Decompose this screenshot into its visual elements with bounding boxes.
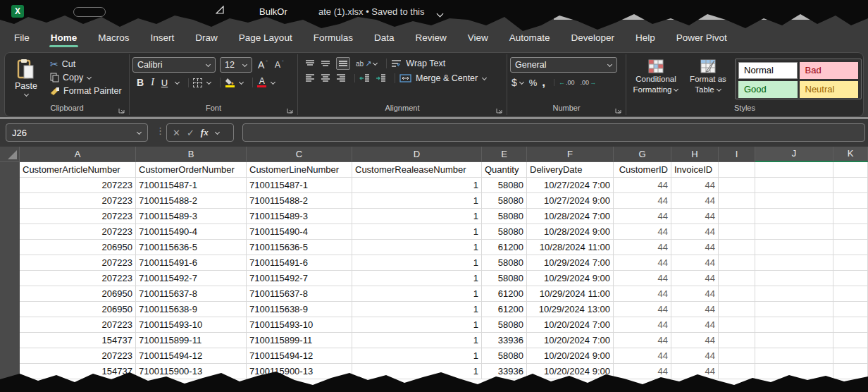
orientation-button[interactable]: ab ↗ — [356, 59, 378, 68]
cell-F3[interactable]: 10/27/2024 9:00 — [527, 193, 614, 209]
cell-J7[interactable] — [755, 255, 833, 271]
cell-A3[interactable]: 207223 — [20, 193, 136, 209]
cell-B13[interactable]: 7100115494-12 — [136, 348, 247, 364]
cell-B9[interactable]: 7100115637-8 — [136, 286, 247, 302]
cell-D3[interactable]: 1 — [352, 193, 482, 209]
cell-E1[interactable]: Quantity — [482, 162, 527, 178]
cell-K5[interactable] — [833, 224, 868, 240]
cell-I8[interactable] — [719, 271, 755, 286]
cell-D12[interactable]: 1 — [352, 333, 482, 348]
column-header-G[interactable]: G — [614, 147, 671, 162]
cell-B1[interactable]: CustomerOrderNumber — [136, 162, 247, 178]
percent-format-button[interactable]: % — [529, 78, 538, 88]
cell-G2[interactable]: 44 — [614, 178, 671, 193]
tab-review[interactable]: Review — [414, 30, 447, 48]
cell-K10[interactable] — [833, 302, 868, 317]
cell-H10[interactable]: 44 — [671, 302, 719, 317]
borders-chevron-icon[interactable] — [206, 79, 211, 84]
cell-G11[interactable]: 44 — [614, 317, 671, 333]
cell-K8[interactable] — [833, 271, 868, 286]
cell-style-neutral[interactable]: Neutral — [800, 81, 859, 98]
cell-J12[interactable] — [755, 333, 833, 348]
cell-E13[interactable]: 58080 — [482, 348, 527, 364]
cell-A6[interactable]: 206950 — [20, 240, 136, 255]
tab-data[interactable]: Data — [373, 30, 396, 48]
cell-I14[interactable] — [719, 364, 755, 379]
currency-format-button[interactable]: $ — [512, 77, 524, 88]
column-header-B[interactable]: B — [136, 147, 247, 162]
column-header-H[interactable]: H — [671, 147, 719, 162]
cell-K4[interactable] — [833, 209, 868, 224]
cell-F4[interactable]: 10/28/2024 7:00 — [527, 209, 614, 224]
cell-C8[interactable]: 7100115492-7 — [247, 271, 352, 286]
cell-E14[interactable]: 33936 — [482, 364, 527, 379]
cell-F8[interactable]: 10/29/2024 9:00 — [527, 271, 614, 286]
cell-H11[interactable]: 44 — [671, 317, 719, 333]
merge-center-button[interactable]: Merge & Center — [416, 73, 478, 83]
enter-button[interactable]: ✓ — [187, 128, 194, 138]
cell-G4[interactable]: 44 — [614, 209, 671, 224]
increase-font-size-button[interactable]: Aˆ — [256, 59, 269, 71]
cell-style-bad[interactable]: Bad — [800, 62, 859, 79]
cell-C6[interactable]: 7100115636-5 — [247, 240, 352, 255]
column-header-A[interactable]: A — [20, 147, 136, 162]
italic-button[interactable]: I — [151, 77, 154, 88]
cell-E10[interactable]: 61200 — [482, 302, 527, 317]
copy-button[interactable]: Copy — [47, 72, 125, 83]
tab-help[interactable]: Help — [634, 30, 657, 48]
align-bottom-button[interactable] — [336, 57, 350, 70]
cell-A13[interactable]: 207223 — [20, 348, 136, 364]
cell-G3[interactable]: 44 — [614, 193, 671, 209]
font-color-button[interactable]: A — [257, 78, 266, 87]
cell-style-normal[interactable]: Normal — [738, 62, 798, 79]
cell-C3[interactable]: 7100115488-2 — [247, 193, 352, 209]
cell-H3[interactable]: 44 — [671, 193, 719, 209]
tab-insert[interactable]: Insert — [149, 30, 176, 48]
fill-color-chevron-icon[interactable] — [239, 79, 244, 84]
cell-H7[interactable]: 44 — [671, 255, 719, 271]
cell-K9[interactable] — [833, 286, 868, 302]
column-header-C[interactable]: C — [247, 147, 352, 162]
fill-color-button[interactable] — [225, 78, 235, 87]
merge-center-chevron-icon[interactable] — [482, 75, 487, 80]
cell-F1[interactable]: DeliveryDate — [527, 162, 614, 178]
cell-F10[interactable]: 10/29/2024 13:00 — [527, 302, 614, 317]
cell-G1[interactable]: CustomerID — [614, 162, 671, 178]
tab-developer[interactable]: Developer — [570, 30, 616, 48]
cell-B7[interactable]: 7100115491-6 — [136, 255, 247, 271]
font-family-select[interactable]: Calibri — [132, 57, 216, 73]
cell-D4[interactable]: 1 — [352, 209, 482, 224]
tab-home[interactable]: Home — [49, 30, 79, 48]
cell-K14[interactable] — [833, 364, 868, 379]
underline-chevron-icon[interactable] — [175, 79, 180, 84]
cell-A10[interactable]: 206950 — [20, 302, 136, 317]
cell-A11[interactable]: 207223 — [20, 317, 136, 333]
name-box[interactable]: J26 — [6, 123, 148, 142]
formula-bar-grip[interactable]: ⋮ — [156, 125, 165, 136]
decrease-font-size-button[interactable]: Aˇ — [273, 60, 285, 70]
cell-G13[interactable]: 44 — [614, 348, 671, 364]
cell-C5[interactable]: 7100115490-4 — [247, 224, 352, 240]
number-format-select[interactable]: General — [510, 57, 617, 73]
decrease-indent-button[interactable] — [359, 74, 370, 82]
cell-H5[interactable]: 44 — [671, 224, 719, 240]
cell-A12[interactable]: 154737 — [20, 333, 136, 348]
cell-C7[interactable]: 7100115491-6 — [247, 255, 352, 271]
cell-H2[interactable]: 44 — [671, 178, 719, 193]
cell-A5[interactable]: 207223 — [20, 224, 136, 240]
number-dialog-launcher[interactable] — [614, 106, 622, 114]
cell-K7[interactable] — [833, 255, 868, 271]
cell-F2[interactable]: 10/27/2024 7:00 — [527, 178, 614, 193]
cell-G8[interactable]: 44 — [614, 271, 671, 286]
column-header-J[interactable]: J — [755, 147, 833, 162]
cell-F12[interactable]: 10/20/2024 7:00 — [527, 333, 614, 348]
cell-F9[interactable]: 10/29/2024 11:00 — [527, 286, 614, 302]
cell-J4[interactable] — [755, 209, 833, 224]
bold-button[interactable]: B — [137, 77, 144, 88]
cell-A8[interactable]: 207223 — [20, 271, 136, 286]
column-header-D[interactable]: D — [352, 147, 482, 162]
cell-E6[interactable]: 61200 — [482, 240, 527, 255]
cell-I11[interactable] — [719, 317, 755, 333]
increase-decimal-button[interactable]: ←.00 — [559, 79, 575, 86]
column-header-E[interactable]: E — [482, 147, 527, 162]
